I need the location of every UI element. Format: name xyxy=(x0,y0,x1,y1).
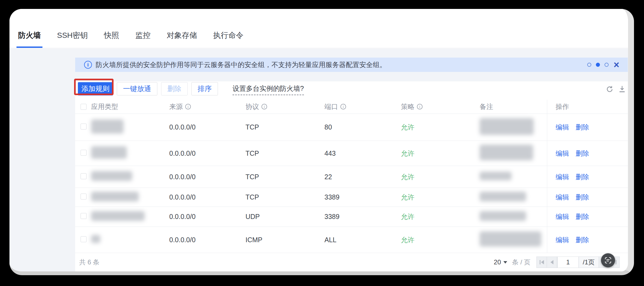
carousel-dot-1[interactable] xyxy=(587,63,591,67)
table-row: 0.0.0.0/0 ICMP ALL 允许 编辑 删除 xyxy=(75,227,628,253)
table-footer: 共 6 条 20 条 / 页 /1页 xyxy=(75,253,628,271)
info-icon[interactable]: i xyxy=(261,104,267,109)
table-row: 0.0.0.0/0 TCP 443 允许 编辑 删除 xyxy=(75,141,628,166)
redacted-remark xyxy=(480,172,512,180)
tab-monitoring[interactable]: 监控 xyxy=(134,30,152,48)
redacted-remark xyxy=(480,231,541,247)
tab-object-storage[interactable]: 对象存储 xyxy=(165,30,199,48)
action-cell: 编辑 删除 xyxy=(547,188,628,207)
source-cell: 0.0.0.0/0 xyxy=(169,173,245,181)
redacted-remark xyxy=(480,145,533,160)
source-cell: 0.0.0.0/0 xyxy=(169,149,245,157)
delete-link[interactable]: 删除 xyxy=(576,149,589,158)
delete-link[interactable]: 删除 xyxy=(576,193,589,202)
table-row: 0.0.0.0/0 TCP 80 允许 编辑 删除 xyxy=(75,114,628,141)
open-all-button[interactable]: 一键放通 xyxy=(117,82,157,95)
row-checkbox[interactable] xyxy=(81,236,87,242)
edit-link[interactable]: 编辑 xyxy=(556,123,569,132)
delete-button[interactable]: 删除 xyxy=(161,82,188,95)
table-tools xyxy=(606,85,626,93)
table-header: 应用类型 来源 i 协议 i 端口 i 策略 i 备注 操作 xyxy=(75,100,628,114)
add-rule-button[interactable]: 添加规则 xyxy=(78,82,113,95)
action-cell: 编辑 删除 xyxy=(547,114,628,141)
carousel-dot-2[interactable] xyxy=(596,63,600,67)
page: { "tabs": { "items": [ { "label": "防火墙",… xyxy=(0,0,644,286)
edit-link[interactable]: 编辑 xyxy=(556,172,569,181)
protocol-cell: TCP xyxy=(245,173,324,181)
carousel-dot-3[interactable] xyxy=(605,63,609,67)
scan-tool-button[interactable] xyxy=(601,253,615,267)
row-checkbox[interactable] xyxy=(81,213,87,219)
prev-page-button[interactable] xyxy=(547,257,557,268)
action-cell: 编辑 删除 xyxy=(547,141,628,166)
tab-firewall[interactable]: 防火墙 xyxy=(16,30,42,48)
header-port: 端口 i xyxy=(324,102,401,111)
source-cell: 0.0.0.0/0 xyxy=(169,236,245,244)
redacted-remark xyxy=(480,211,526,221)
redacted-app-type xyxy=(91,119,124,134)
close-icon[interactable]: × xyxy=(611,58,622,72)
info-icon[interactable]: i xyxy=(185,104,191,109)
redacted-remark xyxy=(480,118,534,135)
delete-link[interactable]: 删除 xyxy=(576,172,589,181)
table-row: 0.0.0.0/0 TCP 3389 允许 编辑 删除 xyxy=(75,188,628,207)
delete-link[interactable]: 删除 xyxy=(576,212,589,221)
console-window: 防火墙 SSH密钥 快照 监控 对象存储 执行命令 i 防火墙所提供的安全防护作… xyxy=(9,9,634,275)
header-source: 来源 i xyxy=(169,102,245,111)
tab-bar: 防火墙 SSH密钥 快照 监控 对象存储 执行命令 xyxy=(9,9,628,48)
first-page-button[interactable] xyxy=(537,257,547,268)
multi-instance-firewall-link[interactable]: 设置多台实例的防火墙? xyxy=(233,84,304,95)
redacted-remark xyxy=(480,192,526,201)
scan-icon xyxy=(604,256,612,264)
redacted-app-type xyxy=(91,171,132,181)
row-checkbox[interactable] xyxy=(81,173,87,179)
protocol-cell: TCP xyxy=(245,149,324,157)
protocol-cell: TCP xyxy=(245,193,324,201)
per-page-label: 条 / 页 xyxy=(512,258,530,267)
page-number-input[interactable] xyxy=(557,257,579,268)
row-checkbox[interactable] xyxy=(81,124,87,129)
source-cell: 0.0.0.0/0 xyxy=(169,213,245,221)
redacted-app-type xyxy=(91,146,127,159)
row-checkbox[interactable] xyxy=(81,150,87,156)
toolbar: 添加规则 一键放通 删除 排序 设置多台实例的防火墙? xyxy=(75,81,628,100)
page-total-label: /1页 xyxy=(579,257,599,268)
refresh-icon[interactable] xyxy=(606,85,614,93)
content-area: i 防火墙所提供的安全防护作用等同于云服务器中的安全组，不支持为轻量应用服务器配… xyxy=(9,48,628,271)
action-cell: 编辑 删除 xyxy=(547,166,628,188)
port-cell: 3389 xyxy=(324,213,401,221)
port-cell: ALL xyxy=(324,236,401,244)
info-icon[interactable]: i xyxy=(340,104,346,109)
source-cell: 0.0.0.0/0 xyxy=(169,193,245,201)
delete-link[interactable]: 删除 xyxy=(576,123,589,132)
table-row: 0.0.0.0/0 UDP 3389 允许 编辑 删除 xyxy=(75,207,628,227)
redacted-app-type xyxy=(91,235,100,243)
tab-run-commands[interactable]: 执行命令 xyxy=(212,30,245,48)
total-count: 共 6 条 xyxy=(79,258,99,267)
tab-snapshots[interactable]: 快照 xyxy=(102,30,121,48)
edit-link[interactable]: 编辑 xyxy=(556,149,569,158)
page-size-select[interactable]: 20 xyxy=(494,258,507,266)
download-icon[interactable] xyxy=(618,85,626,93)
tab-ssh-keys[interactable]: SSH密钥 xyxy=(55,30,89,48)
redacted-app-type xyxy=(91,192,139,201)
firewall-table-body: 0.0.0.0/0 TCP 80 允许 编辑 删除 0.0.0.0/0 TCP … xyxy=(75,114,628,253)
select-all-checkbox[interactable] xyxy=(81,104,87,110)
port-cell: 80 xyxy=(324,123,401,131)
row-checkbox[interactable] xyxy=(81,194,87,199)
chevron-down-icon xyxy=(503,261,507,264)
info-banner: i 防火墙所提供的安全防护作用等同于云服务器中的安全组，不支持为轻量应用服务器配… xyxy=(75,58,628,72)
action-cell: 编辑 删除 xyxy=(547,207,628,227)
sort-button[interactable]: 排序 xyxy=(191,82,218,95)
edit-link[interactable]: 编辑 xyxy=(556,212,569,221)
policy-cell: 允许 xyxy=(401,193,480,202)
info-icon[interactable]: i xyxy=(417,104,423,109)
edit-link[interactable]: 编辑 xyxy=(556,193,569,202)
delete-link[interactable]: 删除 xyxy=(576,235,589,244)
source-cell: 0.0.0.0/0 xyxy=(169,123,245,131)
table-row: 0.0.0.0/0 TCP 22 允许 编辑 删除 xyxy=(75,166,628,188)
edit-link[interactable]: 编辑 xyxy=(556,235,569,244)
policy-cell: 允许 xyxy=(401,212,480,221)
header-app-type: 应用类型 xyxy=(87,102,169,111)
protocol-cell: ICMP xyxy=(245,236,324,244)
